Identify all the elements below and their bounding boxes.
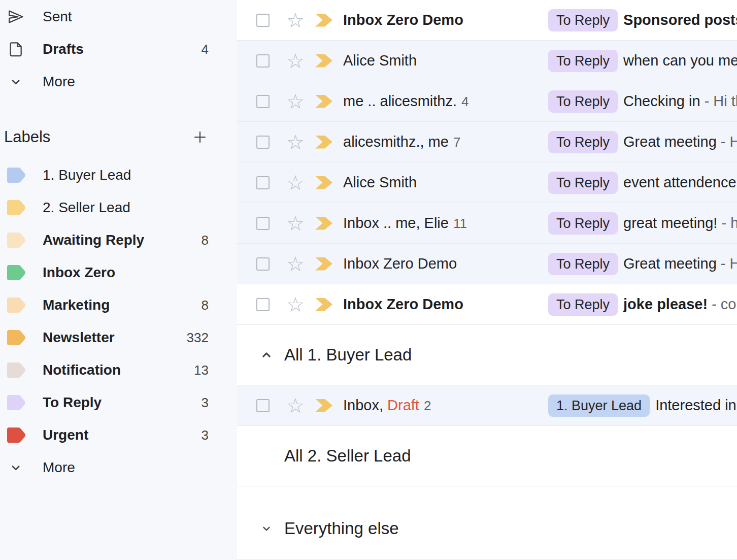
email-subject: when can you meet <box>623 52 737 69</box>
email-sender: me .. alicesmithz.4 <box>343 93 548 110</box>
list-section-header[interactable]: All 2. Seller Lead <box>237 426 737 486</box>
importance-marker-icon[interactable] <box>315 217 332 230</box>
sidebar-item-more[interactable]: More <box>0 65 237 98</box>
email-sender: alicesmithz., me7 <box>343 134 548 150</box>
label-tag-icon <box>6 297 26 314</box>
email-row[interactable]: ☆ Inbox Zero Demo To Reply joke please! … <box>237 284 737 325</box>
label-name: To Reply <box>43 394 178 411</box>
sidebar-item-label: More <box>43 459 178 476</box>
star-icon[interactable]: ☆ <box>286 132 305 152</box>
star-icon[interactable]: ☆ <box>286 396 305 416</box>
sender-name: Inbox Zero Demo <box>343 296 463 313</box>
star-icon[interactable]: ☆ <box>286 213 305 234</box>
email-row[interactable]: ☆ Alice Smith To Reply event attendence … <box>237 162 737 203</box>
sidebar-labels-more[interactable]: More <box>0 451 237 484</box>
label-chip[interactable]: To Reply <box>548 293 618 316</box>
thread-count: 11 <box>453 216 467 232</box>
importance-marker-icon[interactable] <box>315 54 332 68</box>
select-checkbox[interactable] <box>256 54 270 68</box>
email-subject-line: Great meeting - Hey <box>623 255 737 272</box>
select-checkbox[interactable] <box>256 298 270 311</box>
label-chip[interactable]: To Reply <box>548 9 618 31</box>
label-tag-icon <box>6 232 26 249</box>
label-name: Urgent <box>43 427 178 443</box>
importance-marker-icon[interactable] <box>315 95 332 108</box>
email-snippet: Hey <box>730 255 737 272</box>
email-sender: Inbox Zero Demo <box>343 255 548 272</box>
email-row[interactable]: ☆ me .. alicesmithz.4 To Reply Checking … <box>237 81 737 122</box>
sidebar-label-item[interactable]: Marketing 8 <box>0 289 237 321</box>
sender-name: me .. alicesmithz. <box>343 93 457 110</box>
email-row[interactable]: ☆ Inbox .. me, Elie11 To Reply great mee… <box>237 203 737 244</box>
sidebar-item-drafts[interactable]: Drafts 4 <box>0 33 237 65</box>
email-snippet: Hi J <box>730 134 737 150</box>
list-section-header[interactable]: All 1. Buyer Lead <box>237 325 737 385</box>
labels-header: Labels <box>0 119 237 155</box>
section-label: All 2. Seller Lead <box>284 446 411 466</box>
sidebar-label-item[interactable]: Newsletter 332 <box>0 321 237 354</box>
label-count: 332 <box>178 330 237 346</box>
importance-marker-icon[interactable] <box>315 14 332 27</box>
label-chip[interactable]: 1. Buyer Lead <box>548 394 650 417</box>
select-checkbox[interactable] <box>256 257 270 271</box>
list-section-header[interactable]: Everything else <box>237 486 737 560</box>
sidebar-label-item[interactable]: 2. Seller Lead <box>0 191 237 224</box>
label-chip[interactable]: To Reply <box>548 253 618 275</box>
star-icon[interactable]: ☆ <box>286 10 305 30</box>
importance-marker-icon[interactable] <box>315 257 332 271</box>
email-row[interactable]: ☆ Inbox Zero Demo To Reply Sponsored pos… <box>237 0 737 41</box>
select-checkbox[interactable] <box>256 95 270 108</box>
importance-marker-icon[interactable] <box>315 176 332 189</box>
email-row[interactable]: ☆ Inbox Zero Demo To Reply Great meeting… <box>237 244 737 284</box>
label-chip[interactable]: To Reply <box>548 50 618 72</box>
sender-name: Alice Smith <box>343 52 417 69</box>
select-checkbox[interactable] <box>256 176 270 189</box>
sidebar-label-item[interactable]: Inbox Zero <box>0 256 237 289</box>
star-icon[interactable]: ☆ <box>286 173 305 193</box>
label-chip[interactable]: To Reply <box>548 172 618 194</box>
email-subject-line: Interested in 3-b <box>655 397 737 414</box>
select-checkbox[interactable] <box>256 14 270 27</box>
star-icon[interactable]: ☆ <box>286 254 305 274</box>
section-chevron-icon[interactable] <box>259 521 274 536</box>
sidebar-label-item[interactable]: To Reply 3 <box>0 386 237 419</box>
sidebar-item-label: Drafts <box>43 41 178 57</box>
label-name: Newsletter <box>43 330 178 346</box>
sidebar-label-item[interactable]: 1. Buyer Lead <box>0 159 237 191</box>
sidebar-label-item[interactable]: Notification 13 <box>0 354 237 386</box>
star-icon[interactable]: ☆ <box>286 294 305 315</box>
sidebar-label-item[interactable]: Urgent 3 <box>0 419 237 451</box>
star-icon[interactable]: ☆ <box>286 51 305 71</box>
select-checkbox[interactable] <box>256 136 270 149</box>
sidebar-label-item[interactable]: Awaiting Reply 8 <box>0 224 237 256</box>
label-tag-icon <box>6 167 26 184</box>
email-row[interactable]: ☆ alicesmithz., me7 To Reply Great meeti… <box>237 122 737 162</box>
select-checkbox[interactable] <box>256 399 270 412</box>
importance-marker-icon[interactable] <box>315 399 332 412</box>
email-row[interactable]: ☆ Inbox, Draft2 1. Buyer Lead Interested… <box>237 385 737 426</box>
label-chip[interactable]: To Reply <box>548 90 618 113</box>
label-name: Awaiting Reply <box>43 232 178 248</box>
label-tag-icon <box>6 361 26 379</box>
label-chip[interactable]: To Reply <box>548 212 618 235</box>
email-subject: Interested in 3-b <box>655 397 737 413</box>
select-checkbox[interactable] <box>256 217 270 230</box>
importance-marker-icon[interactable] <box>315 136 332 149</box>
email-snippet: could <box>721 296 737 312</box>
label-count: 8 <box>178 298 237 313</box>
label-name: Notification <box>43 362 178 378</box>
label-count: 3 <box>178 427 237 443</box>
sender-name: Alice Smith <box>343 174 417 191</box>
star-icon[interactable]: ☆ <box>286 91 305 112</box>
sender-name: Inbox .. me, Elie <box>343 215 449 232</box>
section-chevron-icon[interactable] <box>259 347 274 363</box>
label-name: Inbox Zero <box>43 265 178 281</box>
email-sender: Inbox Zero Demo <box>343 296 548 313</box>
create-label-button[interactable] <box>191 128 209 146</box>
label-chip[interactable]: To Reply <box>548 131 618 153</box>
labels-title: Labels <box>4 128 191 146</box>
importance-marker-icon[interactable] <box>315 298 332 311</box>
sidebar-item-sent[interactable]: Sent <box>0 1 237 33</box>
email-row[interactable]: ☆ Alice Smith To Reply when can you meet <box>237 41 737 81</box>
email-subject-line: Great meeting - Hi J <box>623 134 737 150</box>
